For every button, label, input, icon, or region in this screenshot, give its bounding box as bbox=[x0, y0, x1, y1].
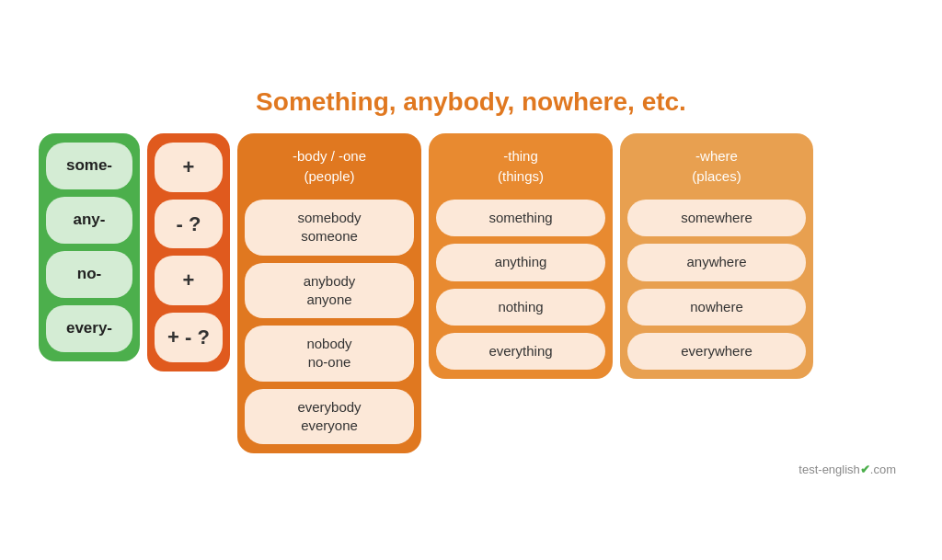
prefix-column: some- any- no- every- bbox=[39, 133, 140, 361]
where-cell-2: nowhere bbox=[627, 289, 806, 326]
where-cell-3: everywhere bbox=[627, 333, 806, 370]
body-column: -body / -one (people) somebody someone a… bbox=[237, 133, 421, 453]
thing-cell-1: anything bbox=[436, 244, 605, 280]
prefix-cell-3: every- bbox=[46, 305, 132, 352]
thing-cell-2: nothing bbox=[436, 289, 605, 326]
prefix-cell-1: any- bbox=[46, 197, 132, 244]
sign-column: + - ? + + - ? bbox=[147, 133, 230, 371]
thing-cell-0: something bbox=[436, 200, 605, 236]
sign-cell-1: - ? bbox=[155, 200, 223, 249]
where-column-header: -where (places) bbox=[692, 143, 741, 192]
where-column: -where (places) somewhere anywhere nowhe… bbox=[620, 133, 813, 379]
page-title: Something, anybody, nowhere, etc. bbox=[39, 87, 903, 117]
body-cell-1: anybody anyone bbox=[245, 263, 414, 319]
where-cell-1: anywhere bbox=[627, 244, 806, 280]
sign-cell-3: + - ? bbox=[155, 313, 223, 362]
where-cell-0: somewhere bbox=[627, 200, 806, 236]
thing-column-header: -thing (things) bbox=[498, 143, 544, 192]
prefix-cell-0: some- bbox=[46, 143, 132, 189]
watermark: test-english✔.com bbox=[39, 463, 903, 476]
body-cell-2: nobody no-one bbox=[245, 326, 414, 382]
sign-cell-2: + bbox=[155, 256, 223, 305]
sign-cell-0: + bbox=[155, 143, 223, 192]
body-cell-0: somebody someone bbox=[245, 200, 414, 256]
thing-column: -thing (things) something anything nothi… bbox=[429, 133, 613, 379]
main-container: Something, anybody, nowhere, etc. some- … bbox=[20, 71, 922, 489]
grid: some- any- no- every- + - ? + + - ? -bod… bbox=[39, 133, 903, 453]
body-cell-3: everybody everyone bbox=[245, 389, 414, 445]
body-column-header: -body / -one (people) bbox=[293, 143, 366, 192]
thing-cell-3: everything bbox=[436, 333, 605, 370]
prefix-cell-2: no- bbox=[46, 251, 132, 298]
